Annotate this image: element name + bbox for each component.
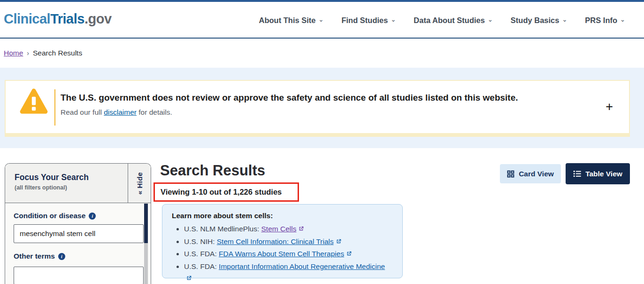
banner-subtext-suffix: for details. [137, 108, 172, 116]
info-icon[interactable]: i [58, 253, 65, 260]
nav-label: Data About Studies [414, 16, 485, 25]
card-view-button[interactable]: Card View [500, 164, 561, 183]
table-list-icon [573, 170, 581, 178]
nav-data-about-studies[interactable]: Data About Studies ⌄ [414, 16, 492, 25]
banner-divider [54, 89, 55, 126]
main-nav: About This Site ⌄ Find Studies ⌄ Data Ab… [259, 2, 625, 39]
table-view-button[interactable]: Table View [566, 163, 630, 184]
stem-cell-information-link[interactable]: Stem Cell Information: Clinical Trials [217, 237, 334, 245]
field-label-text: Other terms [14, 252, 55, 260]
list-item: U.S. NIH: Stem Cell Information: Clinica… [184, 236, 393, 248]
filters-scrollbar-track[interactable] [144, 204, 148, 284]
site-header: ClinicalTrials.gov About This Site ⌄ Fin… [0, 2, 644, 39]
other-terms-label: Other terms i [14, 252, 65, 260]
list-item: U.S. FDA: Important Information About Re… [184, 260, 393, 284]
chevron-down-icon: ⌄ [488, 16, 493, 23]
list-item: U.S. NLM MedlinePlus: Stem Cells [184, 223, 393, 236]
nav-label: Study Basics [511, 16, 560, 25]
banner-subtext-prefix: Read our full [61, 108, 104, 116]
breadcrumb-current: Search Results [33, 49, 82, 57]
banner-subtext: Read our full disclaimer for details. [61, 108, 172, 117]
nav-study-basics[interactable]: Study Basics ⌄ [511, 16, 567, 25]
external-link-icon [298, 223, 304, 236]
breadcrumb-separator: › [27, 49, 29, 57]
logo-part-clinical: Clinical [4, 11, 50, 26]
logo-part-trials: Trials [50, 11, 84, 26]
external-link-icon [346, 248, 352, 260]
government-disclaimer-banner: The U.S. government does not review or a… [5, 80, 630, 137]
viewing-count-text: Viewing 1-10 out of 1,226 studies [161, 188, 282, 197]
nav-label: About This Site [259, 16, 316, 25]
list-item-prefix: U.S. FDA: [184, 262, 219, 270]
chevron-down-icon: ⌄ [562, 16, 567, 23]
card-view-label: Card View [519, 170, 554, 178]
warning-triangle-icon [20, 88, 48, 117]
filters-panel: Focus Your Search (all filters optional)… [5, 163, 151, 284]
fda-warns-link[interactable]: FDA Warns About Stem Cell Therapies [219, 250, 344, 258]
external-link-icon [336, 236, 342, 248]
card-grid-icon [507, 170, 514, 178]
list-item-prefix: U.S. NLM MedlinePlus: [184, 225, 261, 233]
learn-more-box: Learn more about stem cells: U.S. NLM Me… [162, 204, 403, 278]
page: ClinicalTrials.gov About This Site ⌄ Fin… [0, 0, 644, 284]
chevron-down-icon: ⌄ [319, 16, 324, 23]
regenerative-medicine-link[interactable]: Important Information About Regenerative… [219, 262, 385, 270]
disclaimer-link[interactable]: disclaimer [104, 108, 137, 116]
logo-part-gov: .gov [84, 11, 112, 26]
chevron-down-icon: ⌄ [620, 16, 625, 23]
nav-find-studies[interactable]: Find Studies ⌄ [341, 16, 396, 25]
banner-expand-button[interactable]: + [604, 99, 615, 115]
filters-subtitle: (all filters optional) [15, 184, 67, 191]
hide-filters-button[interactable]: « Hide [128, 164, 151, 203]
learn-more-list: U.S. NLM MedlinePlus: Stem Cells U.S. NI… [172, 223, 393, 284]
info-icon[interactable]: i [89, 213, 96, 220]
stem-cells-link[interactable]: Stem Cells [261, 225, 297, 233]
list-item: U.S. FDA: FDA Warns About Stem Cell Ther… [184, 248, 393, 260]
viewing-count-annotation-box: Viewing 1-10 out of 1,226 studies [153, 182, 299, 202]
filters-title: Focus Your Search [15, 173, 89, 182]
breadcrumb-home-link[interactable]: Home [4, 49, 23, 57]
site-logo[interactable]: ClinicalTrials.gov [4, 11, 112, 27]
filters-panel-header: Focus Your Search (all filters optional)… [5, 164, 151, 203]
nav-label: PRS Info [585, 16, 617, 25]
condition-or-disease-input[interactable] [14, 224, 144, 243]
list-item-prefix: U.S. NIH: [184, 237, 217, 245]
other-terms-input[interactable] [14, 267, 144, 284]
field-label-text: Condition or disease [14, 212, 85, 220]
breadcrumb: Home › Search Results [4, 49, 82, 57]
external-link-icon [186, 273, 192, 284]
learn-more-title: Learn more about stem cells: [172, 212, 393, 220]
condition-or-disease-label: Condition or disease i [14, 212, 96, 220]
hide-filters-label: « Hide [136, 172, 144, 195]
nav-prs-info[interactable]: PRS Info ⌄ [585, 16, 625, 25]
nav-label: Find Studies [341, 16, 388, 25]
page-title: Search Results [160, 162, 265, 179]
table-view-label: Table View [585, 170, 622, 178]
list-item-prefix: U.S. FDA: [184, 250, 219, 258]
filters-scrollbar-thumb[interactable] [144, 204, 148, 243]
chevron-down-icon: ⌄ [391, 16, 396, 23]
banner-heading: The U.S. government does not review or a… [61, 93, 518, 103]
nav-about-this-site[interactable]: About This Site ⌄ [259, 16, 324, 25]
